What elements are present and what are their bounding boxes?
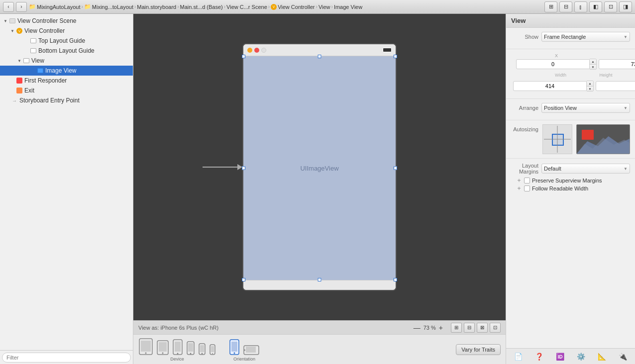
- handle-bot-left[interactable]: [242, 278, 245, 281]
- zoom-out-button[interactable]: —: [414, 324, 421, 332]
- height-input[interactable]: [596, 81, 635, 91]
- attributes-inspector-icon[interactable]: ⚙️: [577, 353, 585, 361]
- debug-toggle[interactable]: ⊡: [604, 1, 617, 12]
- sidebar-item-bottom-guide[interactable]: Bottom Layout Guide: [0, 46, 133, 56]
- filter-input[interactable]: [2, 353, 131, 363]
- disclosure-scene: ▼: [2, 17, 9, 24]
- device-iphone-small[interactable]: [198, 343, 206, 356]
- sidebar-item-responder[interactable]: First Responder: [0, 76, 133, 86]
- standard-editor-btn[interactable]: ⊞: [544, 1, 557, 12]
- disclosure-exit: [9, 87, 16, 94]
- breadcrumb-item-2[interactable]: 📁 Mixing...toLayout: [84, 3, 133, 10]
- sidebar-item-vc[interactable]: ▼ V View Controller: [0, 26, 133, 36]
- breadcrumb-item-3[interactable]: Main.storyboard: [137, 4, 176, 10]
- width-label: Width: [538, 73, 583, 78]
- x-decrement[interactable]: ▼: [590, 64, 596, 69]
- orientation-icons: [229, 339, 260, 356]
- device-iphone-se[interactable]: [209, 344, 216, 356]
- sidebar-item-entry-point[interactable]: → Storyboard Entry Point: [0, 95, 133, 105]
- vary-traits-button[interactable]: Vary for Traits: [456, 344, 501, 355]
- svg-rect-10: [188, 343, 193, 352]
- version-editor-btn[interactable]: ⫿: [574, 1, 587, 12]
- sidebar-item-view[interactable]: ▼ View: [0, 56, 133, 66]
- breadcrumb-item-6[interactable]: V View Controller: [271, 4, 315, 10]
- device-iphone-medium[interactable]: [186, 341, 195, 356]
- svg-point-2: [145, 352, 147, 354]
- handle-top-right[interactable]: [394, 55, 397, 58]
- w-increment[interactable]: ▲: [587, 81, 593, 86]
- identity-inspector-icon[interactable]: 🆔: [556, 353, 564, 361]
- imageview-icon: [37, 67, 44, 74]
- layout-margins-select[interactable]: Default ▼: [541, 164, 630, 174]
- layout-btn-3[interactable]: ⊠: [477, 323, 488, 333]
- autosizing-widget[interactable]: [542, 124, 572, 154]
- breadcrumb-item-7[interactable]: View: [318, 4, 330, 10]
- toolbar-right: ⊞ ⊟ ⫿ ◧ ⊡ ◨: [544, 1, 632, 12]
- breadcrumb-item-8[interactable]: Image View: [334, 4, 362, 10]
- canvas-area: UIImageView View as: iPhone 6s Plus (wC …: [133, 14, 506, 364]
- device-ipad-large[interactable]: [138, 338, 153, 356]
- readable-width-checkbox[interactable]: [524, 185, 530, 191]
- y-input[interactable]: [599, 59, 635, 69]
- handle-mid-left[interactable]: [242, 167, 245, 170]
- preserve-margins-checkbox[interactable]: [524, 178, 530, 183]
- w-decrement[interactable]: ▼: [587, 86, 593, 91]
- size-inspector-icon[interactable]: 📐: [598, 353, 606, 361]
- zoom-in-button[interactable]: +: [439, 324, 443, 332]
- layout-btn-2[interactable]: ⊟: [464, 323, 475, 333]
- forward-button[interactable]: ›: [16, 2, 27, 12]
- w-input-group: ▲ ▼: [513, 81, 594, 91]
- sidebar: ▼ View Controller Scene ▼ V View Control…: [0, 14, 133, 364]
- inspector-tab-bar: 📄 ❓ 🆔 ⚙️ 📐 🔌: [506, 348, 635, 364]
- folder-icon-2: 📁: [84, 3, 91, 10]
- handle-mid-right[interactable]: [394, 167, 397, 170]
- handle-top-mid[interactable]: [318, 55, 321, 58]
- arrange-select[interactable]: Position View ▼: [541, 103, 630, 113]
- x-input[interactable]: [516, 59, 590, 69]
- breadcrumb-item-5[interactable]: View C...r Scene: [226, 4, 267, 10]
- traffic-light-minimize[interactable]: [247, 48, 252, 53]
- disclosure-responder: [9, 77, 16, 84]
- height-label: Height: [584, 73, 628, 78]
- device-iphone-large[interactable]: [172, 339, 183, 356]
- device-group: Device: [138, 338, 216, 362]
- x-increment[interactable]: ▲: [590, 59, 596, 64]
- xy-row: X ▲ ▼ Y ▲ ▼: [511, 53, 630, 70]
- handle-bot-right[interactable]: [394, 278, 397, 281]
- orientation-portrait[interactable]: [229, 339, 240, 356]
- layout-btn-1[interactable]: ⊞: [451, 323, 462, 333]
- back-button[interactable]: ‹: [3, 2, 14, 12]
- orientation-group: Orientation: [229, 339, 260, 362]
- image-view-canvas[interactable]: UIImageView: [243, 56, 396, 280]
- handle-bot-mid[interactable]: [318, 278, 321, 281]
- sidebar-item-top-guide[interactable]: Top Layout Guide: [0, 36, 133, 46]
- layout-btn-4[interactable]: ⊡: [490, 323, 501, 333]
- width-input[interactable]: [513, 81, 587, 91]
- assistant-editor-btn[interactable]: ⊟: [559, 1, 572, 12]
- breadcrumb-item-1[interactable]: 📁 MixingAutoLayout: [29, 3, 80, 10]
- device-ipad-small[interactable]: [156, 340, 169, 356]
- sidebar-item-scene[interactable]: ▼ View Controller Scene: [0, 16, 133, 26]
- traffic-light-zoom[interactable]: [261, 48, 266, 53]
- inspector-toggle[interactable]: ◨: [619, 1, 632, 12]
- svg-rect-7: [175, 342, 181, 352]
- xy-labels-row: Width Height: [511, 73, 630, 78]
- arrange-row: Arrange Position View ▼: [511, 103, 630, 113]
- traffic-light-close[interactable]: [254, 48, 259, 53]
- breadcrumb-item-4[interactable]: Main.st...d (Base): [180, 4, 223, 10]
- orientation-landscape[interactable]: [243, 345, 260, 356]
- sidebar-item-exit[interactable]: Exit: [0, 86, 133, 95]
- sidebar-item-imageview[interactable]: Image View: [0, 66, 133, 76]
- quick-help-icon[interactable]: ❓: [535, 353, 543, 361]
- show-row: Show Frame Rectangle ▼: [511, 32, 630, 42]
- navigator-toggle[interactable]: ◧: [589, 1, 602, 12]
- breadcrumb-sep-3: ›: [177, 4, 179, 9]
- exit-label: Exit: [24, 87, 34, 94]
- arrange-section: Arrange Position View ▼: [506, 99, 635, 120]
- handle-top-left[interactable]: [242, 55, 245, 58]
- svg-rect-16: [211, 346, 214, 352]
- file-inspector-icon[interactable]: 📄: [514, 353, 523, 361]
- connections-inspector-icon[interactable]: 🔌: [619, 353, 627, 361]
- top-guide-label: Top Layout Guide: [38, 37, 85, 44]
- show-select[interactable]: Frame Rectangle ▼: [541, 32, 630, 42]
